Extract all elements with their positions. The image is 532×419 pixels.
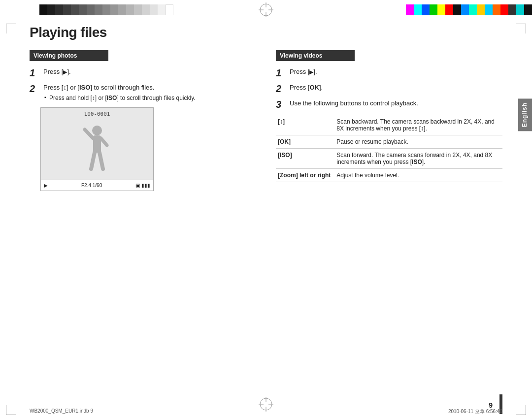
control-key-zoom: [Zoom] left or right — [276, 169, 334, 182]
control-desc-back: Scan backward. The camera scans backward… — [334, 115, 502, 135]
videos-step-1-text: Press [▶]. — [290, 67, 317, 77]
page-content: Playing files Viewing photos 1 Press [▶]… — [30, 25, 502, 399]
page-title: Playing files — [30, 25, 502, 40]
footer: WB2000_QSM_EUR1.indb 9 2010-06-11 오후 6:5… — [30, 408, 502, 415]
viewing-videos-header: Viewing videos — [276, 50, 355, 61]
control-desc-ok: Pause or resume playback. — [334, 135, 502, 149]
preview-inner — [41, 108, 153, 191]
videos-step-2: 2 Press [OK]. — [276, 83, 502, 95]
svg-line-8 — [101, 138, 107, 145]
corner-mark-tl — [6, 24, 16, 33]
folder-label: 100-0001 — [84, 111, 110, 117]
color-strip-right — [406, 4, 532, 15]
control-row-back: [↕] Scan backward. The camera scans back… — [276, 115, 502, 135]
videos-step-1: 1 Press [▶]. — [276, 67, 502, 79]
control-key-forward: [ISO] — [276, 149, 334, 169]
videos-step-3-text: Use the following buttons to control pla… — [290, 98, 418, 108]
videos-step-2-text: Press [OK]. — [290, 83, 323, 93]
step-number-2: 2 — [30, 83, 40, 95]
videos-step-number-1: 1 — [276, 67, 287, 79]
language-tab: English — [518, 98, 532, 131]
camera-preview: 100-0001 — [40, 107, 154, 191]
svg-line-7 — [85, 129, 93, 138]
corner-mark-tr — [516, 24, 526, 33]
viewing-videos-section: Viewing videos 1 Press [▶]. 2 Press [OK]… — [276, 50, 502, 191]
columns: Viewing photos 1 Press [▶]. 2 Press [↕] … — [30, 50, 502, 191]
viewing-photos-section: Viewing photos 1 Press [▶]. 2 Press [↕] … — [30, 50, 256, 191]
control-row-ok: [OK] Pause or resume playback. — [276, 135, 502, 149]
control-row-forward: [ISO] Scan forward. The camera scans for… — [276, 149, 502, 169]
control-key-ok: [OK] — [276, 135, 334, 149]
svg-point-5 — [92, 126, 102, 135]
photos-step-1-text: Press [▶]. — [43, 67, 71, 77]
svg-line-9 — [91, 153, 95, 169]
figure-silhouette — [82, 125, 112, 181]
svg-line-10 — [100, 153, 103, 169]
step-number-1: 1 — [30, 67, 40, 79]
footer-right: 2010-06-11 오후 6:56:40 — [448, 408, 502, 415]
color-strip-left — [39, 4, 173, 15]
control-desc-forward: Scan forward. The camera scans forward i… — [334, 149, 502, 169]
exposure-info: F2.4 1/60 — [81, 183, 102, 188]
footer-left: WB2000_QSM_EUR1.indb 9 — [30, 408, 93, 415]
photos-step-2-sub: Press and hold [↕] or [ISO] to scroll th… — [44, 94, 196, 102]
videos-step-number-3: 3 — [276, 98, 287, 110]
videos-step-number-2: 2 — [276, 83, 287, 95]
photos-step-2: 2 Press [↕] or [ISO] to scroll through f… — [30, 83, 256, 102]
control-key-back: [↕] — [276, 115, 334, 135]
viewing-photos-header: Viewing photos — [30, 50, 108, 61]
control-desc-zoom: Adjust the volume level. — [334, 169, 502, 182]
photos-step-1: 1 Press [▶]. — [30, 67, 256, 79]
corner-mark-bl — [6, 405, 16, 415]
play-icon: ▶ — [44, 183, 48, 188]
videos-step-3: 3 Use the following buttons to control p… — [276, 98, 502, 110]
top-bar — [0, 0, 532, 20]
photos-step-2-text: Press [↕] or [ISO] to scroll through fil… — [43, 83, 196, 102]
crosshair-top-icon — [259, 2, 273, 17]
corner-mark-br — [516, 405, 526, 415]
camera-bottom-bar: ▶ F2.4 1/60 ▣ ▮▮▮ — [41, 180, 153, 191]
control-row-zoom: [Zoom] left or right Adjust the volume l… — [276, 169, 502, 182]
battery-icon: ▣ ▮▮▮ — [135, 183, 150, 188]
controls-table: [↕] Scan backward. The camera scans back… — [276, 115, 502, 182]
